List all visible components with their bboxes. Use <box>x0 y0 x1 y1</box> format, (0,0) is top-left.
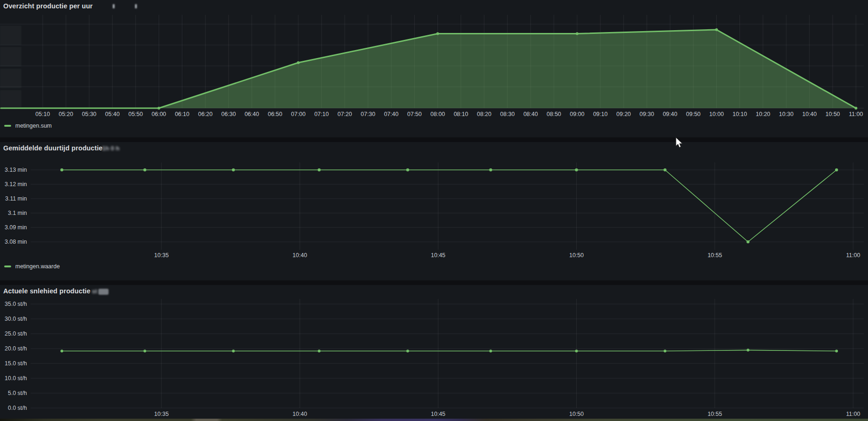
x-tick-label: 06:00 <box>152 111 166 117</box>
y-tick-label: 3.09 min <box>5 224 27 231</box>
x-tick-label: 10:10 <box>733 111 747 117</box>
data-point-marker[interactable] <box>489 350 492 352</box>
data-point-marker[interactable] <box>663 168 666 171</box>
data-point-marker[interactable] <box>436 32 439 35</box>
y-tick-label: 3.13 min <box>5 167 27 173</box>
x-tick-label: 07:20 <box>337 111 352 117</box>
grid-lines <box>31 162 864 250</box>
y-tick-label: 25.0 st/h <box>5 330 27 337</box>
data-point-marker[interactable] <box>318 168 321 171</box>
x-tick-label: 10:35 <box>154 411 168 417</box>
y-tick-label: 3.11 min <box>5 195 27 202</box>
data-point-marker[interactable] <box>60 350 63 352</box>
x-tick-label: 10:30 <box>779 111 793 117</box>
panel-overzicht-productie: Overzicht productie per uur 05:1005:2005… <box>0 0 868 137</box>
x-tick-label: 10:50 <box>569 252 584 259</box>
x-tick-label: 05:30 <box>82 111 96 117</box>
x-tick-label: 10:45 <box>431 252 445 259</box>
x-tick-label: 09:50 <box>686 111 701 117</box>
x-tick-label: 09:40 <box>663 111 677 117</box>
axis-tick-labels: 10:3510:4010:4510:5010:5511:0035.0 st/h3… <box>5 301 860 417</box>
x-tick-label: 10:40 <box>293 411 307 417</box>
data-point-marker[interactable] <box>297 61 300 64</box>
x-tick-label: 05:40 <box>105 111 120 117</box>
data-point-marker[interactable] <box>855 107 857 110</box>
data-point-marker[interactable] <box>60 168 63 171</box>
data-point-marker[interactable] <box>406 350 409 352</box>
data-point-marker[interactable] <box>406 168 409 171</box>
series-metingen[interactable] <box>60 349 838 352</box>
data-point-marker[interactable] <box>835 350 838 352</box>
data-point-marker[interactable] <box>489 168 492 171</box>
y-tick-label: 15.0 st/h <box>5 360 27 367</box>
x-tick-label: 10:50 <box>569 411 584 417</box>
series-metingen.waarde[interactable] <box>60 168 838 243</box>
x-tick-label: 07:10 <box>314 111 328 117</box>
data-point-marker[interactable] <box>232 168 235 171</box>
x-tick-label: 07:30 <box>361 111 375 117</box>
legend-series-label: metingen.sum <box>15 123 52 129</box>
panel1-legend-item[interactable]: metingen.sum <box>4 123 52 129</box>
axis-tick-labels: 05:1005:2005:3005:4005:5006:0006:1006:20… <box>35 111 863 117</box>
x-tick-label: 08:50 <box>547 111 561 117</box>
x-tick-label: 06:10 <box>175 111 189 117</box>
bottom-window-strip <box>0 419 868 421</box>
data-point-marker[interactable] <box>143 350 146 352</box>
data-point-marker[interactable] <box>746 240 749 243</box>
panel-gemiddelde-duurtijd: Gemiddelde duurtijd productie 1h 0 h 10:… <box>0 142 868 280</box>
panel1-chart-plot[interactable]: 05:1005:2005:3005:4005:5006:0006:1006:20… <box>0 0 868 137</box>
x-tick-label: 06:50 <box>268 111 282 117</box>
data-point-marker[interactable] <box>232 350 235 352</box>
x-tick-label: 08:20 <box>477 111 491 117</box>
x-tick-label: 09:20 <box>617 111 631 117</box>
x-tick-label: 05:50 <box>129 111 143 117</box>
x-tick-label: 10:50 <box>825 111 840 117</box>
grid-lines <box>31 299 864 408</box>
x-tick-label: 10:20 <box>756 111 770 117</box>
series-line <box>62 350 836 351</box>
x-tick-label: 11:00 <box>849 111 863 117</box>
panel3-chart-plot[interactable]: 10:3510:4010:4510:5010:5511:0035.0 st/h3… <box>0 285 868 419</box>
y-tick-label: 35.0 st/h <box>5 301 27 307</box>
panel2-legend-item[interactable]: metingen.waarde <box>4 263 60 270</box>
data-point-marker[interactable] <box>143 168 146 171</box>
x-tick-label: 09:30 <box>640 111 654 117</box>
x-tick-label: 08:10 <box>454 111 468 117</box>
y-tick-label: 3.1 min <box>8 210 27 216</box>
x-tick-label: 08:30 <box>500 111 514 117</box>
data-point-marker[interactable] <box>575 168 578 171</box>
y-tick-label: 3.12 min <box>5 181 27 188</box>
x-tick-label: 10:40 <box>293 252 307 259</box>
data-point-marker[interactable] <box>575 350 578 352</box>
x-tick-label: 10:55 <box>707 411 722 417</box>
data-point-marker[interactable] <box>746 349 749 351</box>
data-point-marker[interactable] <box>157 107 160 110</box>
panel2-chart-plot[interactable]: 10:3510:4010:4510:5010:5511:003.13 min3.… <box>0 142 868 280</box>
series-line <box>62 170 836 242</box>
x-tick-label: 10:45 <box>431 411 445 417</box>
data-point-marker[interactable] <box>663 350 666 352</box>
y-tick-label: 5.0 st/h <box>8 390 27 396</box>
data-point-marker[interactable] <box>318 350 321 352</box>
y-tick-label: 20.0 st/h <box>5 345 27 352</box>
x-tick-label: 10:35 <box>154 252 168 259</box>
panel-actuele-snelheid: Actuele snlehied productie st 10:3510:40… <box>0 285 868 419</box>
axis-tick-labels: 10:3510:4010:4510:5010:5511:003.13 min3.… <box>5 167 860 259</box>
x-tick-label: 05:10 <box>35 111 50 117</box>
x-tick-label: 06:40 <box>244 111 259 117</box>
series-metingen.sum[interactable] <box>1 28 857 110</box>
x-tick-label: 08:40 <box>523 111 538 117</box>
x-tick-label: 10:00 <box>709 111 724 117</box>
x-tick-label: 05:20 <box>58 111 73 117</box>
y-tick-label: 10.0 st/h <box>5 375 27 382</box>
y-tick-label: 0.0 st/h <box>8 405 27 411</box>
x-tick-label: 10:40 <box>802 111 817 117</box>
legend-series-color-dash <box>4 266 11 267</box>
data-point-marker[interactable] <box>835 168 838 171</box>
x-tick-label: 07:50 <box>407 111 422 117</box>
data-point-marker[interactable] <box>715 28 718 31</box>
x-tick-label: 08:00 <box>431 111 445 117</box>
data-point-marker[interactable] <box>576 32 579 35</box>
x-tick-label: 09:10 <box>593 111 607 117</box>
x-tick-label: 06:30 <box>221 111 236 117</box>
